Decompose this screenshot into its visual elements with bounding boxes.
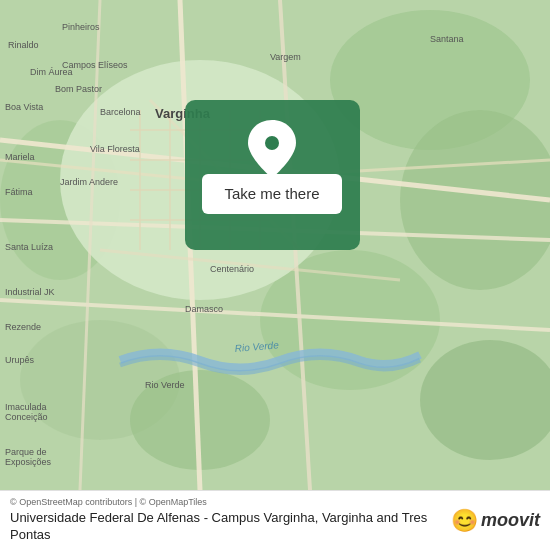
svg-text:Vila Floresta: Vila Floresta	[90, 144, 140, 154]
svg-text:Rinaldo: Rinaldo	[8, 40, 39, 50]
svg-text:Fátima: Fátima	[5, 187, 33, 197]
svg-text:Industrial JK: Industrial JK	[5, 287, 55, 297]
svg-text:Urupês: Urupês	[5, 355, 35, 365]
moovit-emoji-icon: 😊	[451, 508, 478, 534]
svg-text:Damasco: Damasco	[185, 304, 223, 314]
svg-text:Centenário: Centenário	[210, 264, 254, 274]
svg-text:Vargem: Vargem	[270, 52, 301, 62]
take-me-there-button[interactable]	[202, 174, 342, 214]
location-title: Universidade Federal De Alfenas - Campus…	[10, 510, 443, 544]
moovit-logo: 😊 moovit	[451, 508, 540, 534]
map-container: Rio Verde Varginha Rinaldo Pinheiros Dim…	[0, 0, 550, 490]
svg-text:Campos Elíseos: Campos Elíseos	[62, 60, 128, 70]
svg-text:Pinheiros: Pinheiros	[62, 22, 100, 32]
svg-text:Imaculada: Imaculada	[5, 402, 47, 412]
map-background: Rio Verde Varginha Rinaldo Pinheiros Dim…	[0, 0, 550, 490]
svg-text:Santa Luíza: Santa Luíza	[5, 242, 53, 252]
svg-text:Exposições: Exposições	[5, 457, 52, 467]
bottom-text-area: © OpenStreetMap contributors | © OpenMap…	[10, 497, 443, 544]
moovit-text: moovit	[481, 510, 540, 531]
svg-text:Rezende: Rezende	[5, 322, 41, 332]
svg-text:Jardim Andere: Jardim Andere	[60, 177, 118, 187]
svg-point-57	[265, 136, 279, 150]
svg-text:Barcelona: Barcelona	[100, 107, 141, 117]
svg-text:Santana: Santana	[430, 34, 464, 44]
bottom-bar: © OpenStreetMap contributors | © OpenMap…	[0, 490, 550, 550]
svg-text:Conceição: Conceição	[5, 412, 48, 422]
svg-text:Bom Pastor: Bom Pastor	[55, 84, 102, 94]
svg-text:Boa Vista: Boa Vista	[5, 102, 43, 112]
copyright-text: © OpenStreetMap contributors | © OpenMap…	[10, 497, 443, 507]
svg-text:Rio Verde: Rio Verde	[145, 380, 185, 390]
svg-text:Parque de: Parque de	[5, 447, 47, 457]
svg-text:Mariela: Mariela	[5, 152, 35, 162]
